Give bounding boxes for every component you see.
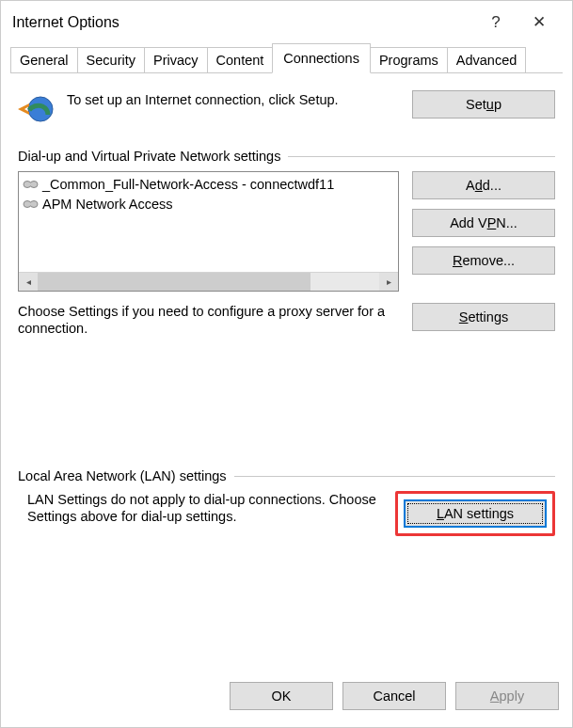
tab-connections[interactable]: Connections <box>272 43 371 73</box>
close-button[interactable]: ✕ <box>517 12 561 32</box>
settings-button[interactable]: Settings <box>412 303 555 331</box>
tab-general[interactable]: General <box>10 47 78 73</box>
tab-advanced[interactable]: Advanced <box>447 47 527 73</box>
connections-listbox[interactable]: _Common_Full-Network-Access - connectwdf… <box>18 171 399 292</box>
proxy-hint: Choose Settings if you need to configure… <box>18 303 399 337</box>
add-button[interactable]: Add... <box>412 171 555 199</box>
lan-highlight-box: LAN settings <box>395 491 555 536</box>
globe-arrow-icon <box>18 90 56 128</box>
setup-text: To set up an Internet connection, click … <box>67 90 401 108</box>
window-title: Internet Options <box>12 14 474 31</box>
connection-icon <box>23 178 39 191</box>
apply-button[interactable]: Apply <box>455 682 559 710</box>
tab-privacy[interactable]: Privacy <box>144 47 208 73</box>
lan-group-label: Local Area Network (LAN) settings <box>18 468 227 483</box>
scroll-track[interactable] <box>38 273 379 291</box>
connection-icon <box>23 198 39 211</box>
scroll-thumb[interactable] <box>38 273 310 291</box>
list-item[interactable]: APM Network Access <box>21 194 396 214</box>
svg-marker-1 <box>18 103 29 115</box>
setup-button[interactable]: Setup <box>412 90 555 119</box>
tab-programs[interactable]: Programs <box>370 47 448 73</box>
scroll-right-button[interactable]: ▸ <box>379 273 398 291</box>
help-button[interactable]: ? <box>474 13 517 32</box>
horizontal-scrollbar[interactable]: ◂ ▸ <box>19 272 398 291</box>
dialup-group-label: Dial-up and Virtual Private Network sett… <box>18 149 280 164</box>
lan-hint: LAN Settings do not apply to dial-up con… <box>18 491 382 525</box>
lan-settings-button[interactable]: LAN settings <box>404 499 547 528</box>
svg-rect-7 <box>26 202 35 205</box>
tab-strip: General Security Privacy Content Connect… <box>1 43 572 73</box>
remove-button[interactable]: Remove... <box>412 246 555 275</box>
cancel-button[interactable]: Cancel <box>342 682 446 710</box>
divider <box>234 476 555 477</box>
divider <box>288 156 555 157</box>
tab-content[interactable]: Content <box>207 47 274 73</box>
add-vpn-button[interactable]: Add VPN... <box>412 209 555 237</box>
list-item-label: APM Network Access <box>42 197 173 212</box>
svg-rect-4 <box>26 182 35 185</box>
ok-button[interactable]: OK <box>230 682 333 710</box>
scroll-left-button[interactable]: ◂ <box>19 273 38 291</box>
list-item[interactable]: _Common_Full-Network-Access - connectwdf… <box>21 174 396 194</box>
tab-security[interactable]: Security <box>77 47 145 73</box>
list-item-label: _Common_Full-Network-Access - connectwdf… <box>42 177 334 192</box>
